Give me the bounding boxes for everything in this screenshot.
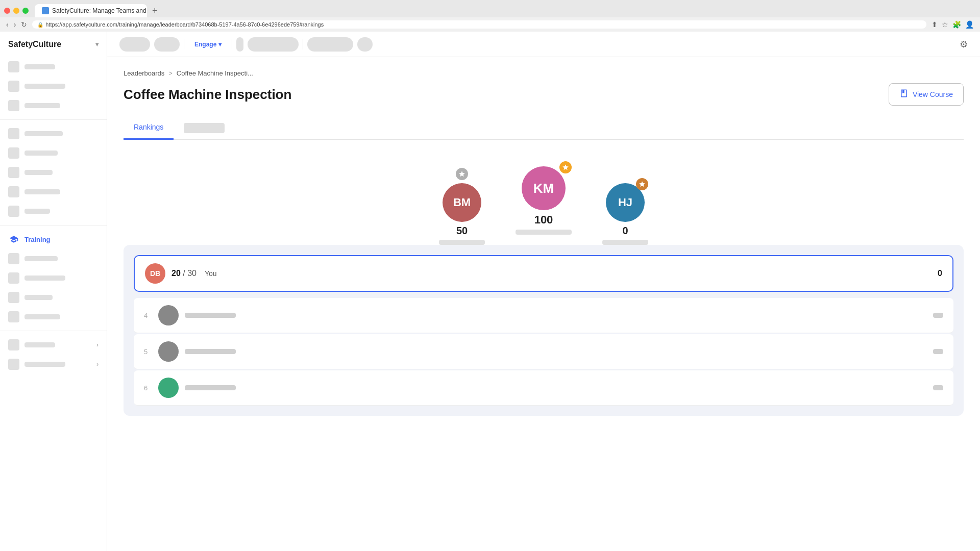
gear-button[interactable]: ⚙ xyxy=(960,39,968,50)
user-score-value: 20 xyxy=(172,269,181,278)
ranking-points-1 xyxy=(933,313,943,318)
podium-third-name xyxy=(602,240,648,245)
sidebar-label-9 xyxy=(24,256,58,261)
sidebar-nav-icon-1 xyxy=(8,339,19,350)
top-nav: Engage ▾ ⚙ xyxy=(107,32,980,57)
tab-box-placeholder xyxy=(184,123,225,133)
podium-first-name xyxy=(516,230,572,235)
sidebar-nav-label-2 xyxy=(24,362,65,367)
ranking-avatar-1 xyxy=(158,305,179,325)
app-container: SafetyCulture ▾ xyxy=(0,32,980,551)
avatar-bm-initials: BM xyxy=(453,196,471,209)
address-bar[interactable]: 🔒 https://app.safetyculture.com/training… xyxy=(32,20,926,29)
podium-area: BM 50 KM 100 xyxy=(124,156,964,245)
url-text: https://app.safetyculture.com/training/m… xyxy=(45,21,324,28)
avatar-km: KM xyxy=(522,166,566,210)
you-label: You xyxy=(205,269,217,278)
ranking-avatar-2 xyxy=(158,341,179,362)
sidebar-label-3 xyxy=(24,103,60,108)
sidebar-label-7 xyxy=(24,189,60,194)
sidebar-logo[interactable]: SafetyCulture ▾ xyxy=(0,40,107,57)
close-window-button[interactable] xyxy=(4,8,10,14)
gear-icon: ⚙ xyxy=(960,39,968,49)
sidebar-item-10[interactable] xyxy=(0,268,107,288)
sidebar-icon-7 xyxy=(8,186,19,197)
nav-separator xyxy=(184,39,184,49)
rank-num-2: 5 xyxy=(144,348,152,356)
sidebar-nav-item-2[interactable]: › xyxy=(0,355,107,374)
gold-medal xyxy=(559,161,572,173)
maximize-window-button[interactable] xyxy=(22,8,29,14)
nav-pill-placeholder-1[interactable] xyxy=(119,37,150,52)
sidebar-divider-2 xyxy=(0,225,107,226)
sidebar-item-7[interactable] xyxy=(0,182,107,202)
ranking-row-2: 5 xyxy=(134,334,953,369)
sidebar-item-6[interactable] xyxy=(0,163,107,182)
new-tab-button[interactable]: + xyxy=(149,6,161,16)
podium-second-score: 50 xyxy=(456,225,468,237)
nav-pill-placeholder-4[interactable] xyxy=(248,37,299,52)
sidebar-icon-10 xyxy=(8,272,19,284)
breadcrumb-separator: > xyxy=(168,69,173,77)
sidebar-nav-item-1[interactable]: › xyxy=(0,335,107,355)
extension-icon[interactable]: 🧩 xyxy=(952,20,961,29)
sidebar-item-12[interactable] xyxy=(0,307,107,327)
sidebar-label-12 xyxy=(24,314,60,319)
sidebar-icon-3 xyxy=(8,100,19,111)
tab-rankings[interactable]: Rankings xyxy=(124,118,174,140)
ranking-name-1 xyxy=(185,313,236,318)
breadcrumb-leaderboards[interactable]: Leaderboards xyxy=(124,69,164,77)
sidebar-item-5[interactable] xyxy=(0,143,107,163)
engage-nav-pill[interactable]: Engage ▾ xyxy=(188,37,228,52)
bookmark-icon[interactable]: ⬆ xyxy=(932,20,938,29)
sidebar-item-11[interactable] xyxy=(0,288,107,307)
training-icon xyxy=(8,234,19,245)
minimize-window-button[interactable] xyxy=(13,8,19,14)
sidebar-icon-5 xyxy=(8,147,19,159)
sidebar-item-8[interactable] xyxy=(0,202,107,221)
sidebar-nav-label-1 xyxy=(24,342,55,347)
sidebar-logo-chevron: ▾ xyxy=(95,41,99,48)
sidebar-icon-8 xyxy=(8,206,19,217)
back-button[interactable]: ‹ xyxy=(6,20,9,29)
active-tab[interactable]: SafetyCulture: Manage Teams and ... ✕ xyxy=(35,4,147,17)
podium-first-score: 100 xyxy=(534,213,553,227)
silver-medal xyxy=(456,168,468,180)
sidebar-item-2[interactable] xyxy=(0,77,107,96)
nav-pill-placeholder-3[interactable] xyxy=(236,37,243,52)
view-course-button[interactable]: View Course xyxy=(889,83,964,106)
sidebar-nav-left-1 xyxy=(8,339,55,350)
nav-pill-placeholder-5[interactable] xyxy=(307,37,353,52)
sidebar-icon-9 xyxy=(8,253,19,264)
sidebar-nav-icon-2 xyxy=(8,359,19,370)
sidebar-item-4[interactable] xyxy=(0,124,107,143)
refresh-button[interactable]: ↻ xyxy=(21,20,27,29)
sidebar-item-1[interactable] xyxy=(0,57,107,77)
profile-icon[interactable]: 👤 xyxy=(965,20,974,29)
breadcrumb-current: Coffee Machine Inspecti... xyxy=(177,69,253,77)
bronze-medal xyxy=(636,178,648,190)
sidebar-icon-2 xyxy=(8,81,19,92)
podium-second-name xyxy=(439,240,485,245)
ranking-name-2 xyxy=(185,349,236,354)
sidebar-nav-chevron-2: › xyxy=(96,361,99,368)
avatar-km-initials: KM xyxy=(533,181,554,196)
nav-pill-placeholder-2[interactable] xyxy=(154,37,180,52)
sidebar-label-10 xyxy=(24,276,65,281)
forward-button[interactable]: › xyxy=(14,20,16,29)
ranking-points-3 xyxy=(933,385,943,390)
podium-first: KM 100 xyxy=(516,166,572,235)
sidebar-item-9[interactable] xyxy=(0,249,107,268)
top-nav-left: Engage ▾ xyxy=(119,37,373,52)
engage-chevron: ▾ xyxy=(218,41,222,48)
sidebar-item-training[interactable]: Training xyxy=(0,230,107,249)
star-icon[interactable]: ☆ xyxy=(942,20,948,29)
window-controls xyxy=(4,8,29,14)
tab-title: SafetyCulture: Manage Teams and ... xyxy=(52,7,147,14)
sidebar-item-3[interactable] xyxy=(0,96,107,115)
tab-second[interactable] xyxy=(174,118,235,140)
nav-pill-placeholder-6[interactable] xyxy=(357,37,373,52)
ranking-points-2 xyxy=(933,349,943,354)
browser-tabs: SafetyCulture: Manage Teams and ... ✕ + xyxy=(0,0,980,17)
avatar-db: DB xyxy=(145,263,165,284)
